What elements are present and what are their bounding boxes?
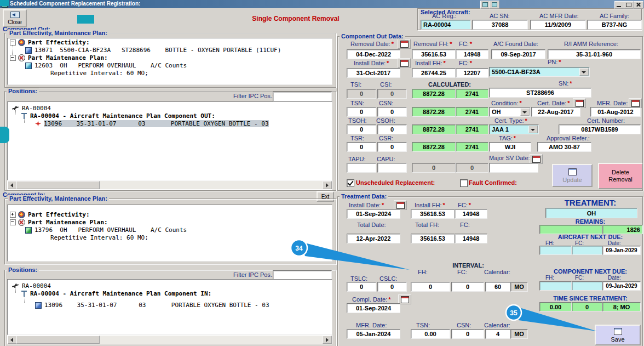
in-positions-hscrollbar[interactable] (7, 335, 332, 344)
dropdown-arrow-icon[interactable] (520, 108, 530, 116)
csr-field[interactable]: 0 (377, 142, 407, 152)
save-button[interactable]: Save (595, 325, 641, 345)
expand-icon[interactable] (10, 212, 16, 218)
treatment-mfr-date-field[interactable]: 05-Jan-2024 (347, 329, 400, 339)
tsoh-field[interactable]: 0 (347, 124, 376, 134)
collapse-icon[interactable] (10, 55, 16, 61)
treatment-tsn-field[interactable]: 0.00 (411, 329, 450, 339)
remains-blank-field (539, 225, 602, 234)
install-fc-label: FC:* (459, 60, 472, 66)
out-plan-item-row[interactable]: 12603 OH PERFORM OVERHAUL A/C Counts (25, 62, 187, 69)
compl-date-field[interactable]: 01-Sep-2024 (347, 303, 400, 313)
ac-found-date-field[interactable]: 09-Sep-2017 (491, 49, 545, 59)
titlebar-tool-button-1[interactable] (480, 1, 490, 9)
mfr-date-field[interactable]: 01-Aug-2012 (590, 107, 641, 117)
treatment-install-date-field[interactable]: 01-Sep-2024 (347, 209, 400, 219)
in-positions-branch-text: RA-00004 - Aircraft Maintenance Plan Com… (30, 290, 211, 297)
total-date-field: 12-Apr-2022 (347, 234, 400, 243)
scrollbar-thumb[interactable] (16, 181, 100, 189)
scrollbar-thumb[interactable] (16, 336, 100, 344)
scroll-right-icon[interactable] (323, 181, 332, 189)
fault-confirmed-label: Fault Confirmed: (469, 179, 517, 186)
removal-fh-field[interactable]: 35616.53 (412, 49, 456, 59)
total-fc-label: FC: (460, 222, 470, 228)
treatment-install-fc-field[interactable]: 14948 (455, 209, 487, 219)
install-fc-field[interactable]: 12207 (456, 68, 488, 78)
total-date-label: Total Date: (357, 222, 386, 228)
out-filter-input[interactable] (273, 92, 332, 101)
scroll-right-icon[interactable] (323, 336, 332, 344)
part-effectivity-icon (18, 39, 25, 46)
install-fh-field[interactable]: 26744.25 (412, 68, 456, 78)
in-effectivity-root-row[interactable]: Part Effectivity: (10, 211, 90, 218)
dropdown-arrow-icon[interactable] (579, 68, 589, 76)
ri-amm-field[interactable]: 35-31-01-960 (548, 49, 641, 59)
scroll-left-icon[interactable] (8, 181, 17, 189)
out-positions-hscrollbar[interactable] (7, 180, 332, 190)
condition-dropdown[interactable]: OH (489, 107, 531, 117)
in-positions-root-row[interactable]: RA-00004 (12, 282, 51, 290)
out-effectivity-item-row[interactable]: 13071 5500-C1A-BF23A ST288696 BOTTLE - O… (25, 47, 281, 54)
scroll-left-icon[interactable] (8, 336, 17, 344)
out-positions-leaf-row[interactable]: 13096 35-31-01-07 03 PORTABLE OXYGEN BOT… (35, 120, 269, 127)
in-plan-root-row[interactable]: Part Maintenance Plan: (10, 219, 108, 226)
sn-field[interactable]: ST288696 (489, 88, 591, 98)
calculated-fc-3: 2741 (456, 124, 488, 134)
install-date-calendar-button[interactable] (398, 58, 411, 68)
ac-family-field: B737-NG (587, 20, 642, 30)
csn-field[interactable]: 0 (377, 107, 407, 117)
out-positions-leaf-text[interactable]: 13096 35-31-01-07 03 PORTABLE OXYGEN BOT… (44, 120, 269, 127)
close-button[interactable]: Close (3, 9, 27, 27)
removal-fc-field[interactable]: 14948 (456, 49, 488, 59)
tsr-field[interactable]: 0 (347, 142, 376, 152)
tslc-field[interactable]: 0 (347, 282, 376, 292)
tag-field[interactable]: WJI (489, 142, 531, 152)
removal-date-calendar-button[interactable] (398, 39, 411, 49)
interval-fh-field[interactable]: 0 (411, 282, 450, 292)
collapse-icon[interactable] (10, 219, 16, 225)
fault-confirmed-checkbox[interactable] (460, 179, 468, 187)
csoh-field[interactable]: 0 (377, 124, 407, 134)
removal-date-field[interactable]: 04-Dec-2022 (347, 49, 400, 59)
approval-label: Approval Refer.: (547, 135, 590, 141)
in-positions-branch-row[interactable]: RA-00004 - Aircraft Maintenance Plan Com… (21, 290, 211, 297)
dropdown-arrow-icon[interactable] (528, 126, 538, 133)
in-plan-interval-text: Repetitive Interval: 60 MO; (50, 234, 148, 241)
restore-button[interactable] (624, 1, 634, 9)
treatment-csn-field[interactable]: 0 (451, 329, 484, 339)
minimize-button[interactable] (614, 1, 624, 9)
treatment-tsn-calendar-field[interactable]: 4 (485, 329, 510, 339)
out-positions-root-row[interactable]: RA-00004 (12, 105, 51, 112)
approval-field[interactable]: AMO 30-87 (537, 142, 591, 152)
aircraft-due-fh-field (539, 246, 572, 255)
titlebar-tool-button-2[interactable] (490, 1, 499, 9)
interval-fc-field[interactable]: 0 (451, 282, 484, 292)
out-plan-root-row[interactable]: Part Maintenance Plan: (10, 54, 108, 61)
treatment-install-fh-field[interactable]: 35616.53 (411, 209, 455, 219)
capu-field[interactable] (377, 163, 407, 173)
cslc-field[interactable]: 0 (377, 282, 407, 292)
tsn-field[interactable]: 0 (347, 107, 376, 117)
unscheduled-replacement-checkbox[interactable] (347, 179, 354, 187)
out-positions-branch-row[interactable]: RA-00004 - Aircraft Maintenance Plan Com… (21, 112, 215, 120)
update-button[interactable]: Update (552, 164, 593, 187)
window-close-button[interactable] (634, 1, 643, 9)
cert-type-dropdown[interactable]: JAA 1 (489, 124, 539, 134)
install-date-field[interactable]: 31-Oct-2017 (347, 68, 400, 78)
out-effectivity-item-text: 13071 5500-C1A-BF23A ST288696 BOTTLE - O… (34, 47, 281, 54)
major-sv-date-field[interactable] (489, 163, 538, 173)
in-plan-item-row[interactable]: 13796 OH PERFORM OVERHAUL A/C Counts (25, 226, 187, 234)
cert-number-field[interactable]: 0817WB1589 (559, 124, 641, 134)
tapu-field[interactable] (347, 163, 376, 173)
delete-removal-button[interactable]: Delete Removal (598, 163, 643, 189)
interval-calendar-field[interactable]: 60 (485, 282, 510, 292)
pn-dropdown[interactable]: 5500-C1A-BF23A (489, 67, 590, 77)
in-positions-leaf-row[interactable]: 13096 35-31-01-07 03 PORTABLE OXYGEN BOT… (35, 302, 269, 309)
required-marker: * (392, 41, 394, 47)
required-marker: * (570, 80, 572, 87)
apu-fc-field: 0 (456, 163, 488, 173)
cert-date-field[interactable]: 22-Aug-2017 (531, 107, 580, 117)
ac-reg-label: AC Reg.: (432, 13, 457, 19)
collapse-icon[interactable] (10, 39, 16, 46)
out-effectivity-root-row[interactable]: Part Effectivity: (10, 39, 90, 46)
